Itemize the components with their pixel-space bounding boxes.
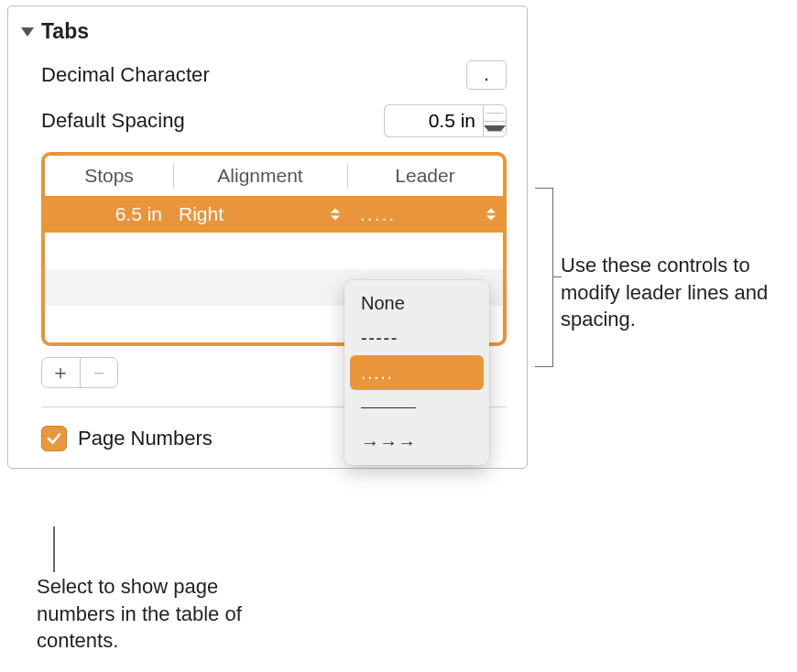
leader-option-none[interactable]: None	[350, 286, 484, 320]
add-button[interactable]: ＋	[42, 358, 81, 387]
select-arrows-icon	[486, 209, 496, 221]
checkmark-icon	[46, 430, 62, 447]
leader-value: .....	[360, 203, 396, 225]
decimal-character-label: Decimal Character	[41, 63, 210, 87]
callout-leader-line	[53, 526, 55, 572]
cell-stops[interactable]: 6.5 in	[45, 196, 173, 233]
cell-leader-select[interactable]: .....	[347, 196, 503, 233]
header-leader[interactable]: Leader	[347, 156, 503, 196]
leader-option-dots[interactable]: .....	[350, 355, 484, 390]
leader-popup-menu: None ----- ..... →→→	[344, 280, 489, 465]
table-header: Stops Alignment Leader	[45, 156, 503, 196]
stepper-down-icon[interactable]	[484, 122, 506, 137]
alignment-value: Right	[179, 203, 224, 225]
callout-text: Use these controls to modify leader line…	[561, 252, 790, 333]
table-row[interactable]: 6.5 in Right .....	[45, 196, 503, 233]
leader-option-arrows[interactable]: →→→	[350, 425, 484, 460]
callout-bracket	[535, 188, 553, 367]
remove-button[interactable]: －	[81, 358, 118, 387]
select-arrows-icon	[331, 209, 340, 221]
disclosure-triangle-icon[interactable]	[21, 27, 34, 37]
default-spacing-input[interactable]	[384, 104, 483, 137]
decimal-character-input[interactable]: .	[466, 60, 507, 90]
decimal-character-row: Decimal Character .	[8, 55, 527, 99]
default-spacing-label: Default Spacing	[41, 109, 185, 133]
table-row[interactable]	[45, 233, 503, 269]
section-title: Tabs	[41, 19, 89, 44]
callout-text: Select to show page numbers in the table…	[37, 573, 275, 655]
page-numbers-checkbox[interactable]	[41, 426, 67, 451]
spacing-stepper[interactable]	[483, 104, 507, 137]
page-numbers-label: Page Numbers	[78, 427, 213, 450]
stepper-up-icon[interactable]	[484, 105, 506, 122]
add-remove-buttons: ＋ －	[41, 357, 118, 388]
default-spacing-row: Default Spacing	[8, 99, 527, 146]
leader-option-underline[interactable]	[350, 390, 484, 425]
tabs-header[interactable]: Tabs	[8, 6, 527, 55]
header-stops[interactable]: Stops	[45, 156, 173, 196]
leader-option-dashes[interactable]: -----	[350, 320, 484, 355]
header-alignment[interactable]: Alignment	[173, 156, 347, 196]
cell-alignment-select[interactable]: Right	[173, 196, 347, 233]
